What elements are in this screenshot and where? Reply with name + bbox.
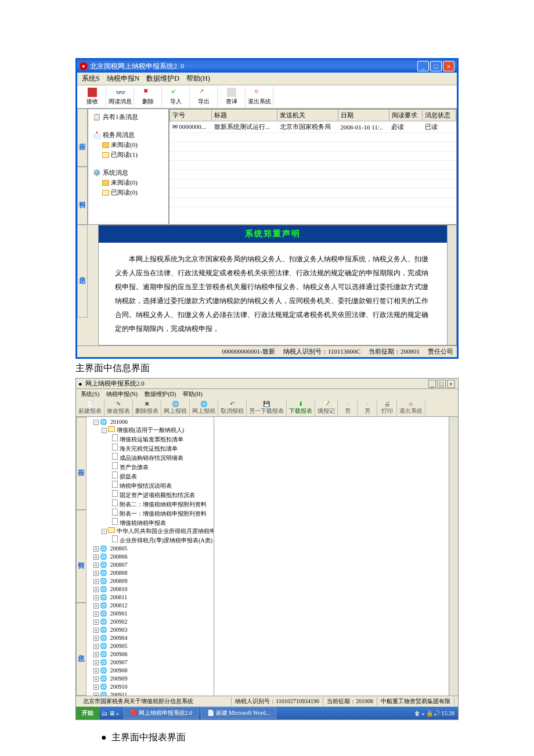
maximize-button[interactable]: □	[430, 61, 442, 71]
tree-period[interactable]: +🌐 200808	[88, 569, 212, 577]
side-tab-info[interactable]: 信息	[77, 225, 88, 318]
col-num[interactable]: 字号	[170, 110, 212, 121]
tree-period[interactable]: +🌐 200905	[88, 642, 212, 650]
tb2-del[interactable]: ✖删除报表	[133, 399, 161, 416]
tree-income-group[interactable]: - 中华人民共和国企业所得税月度纳税申报表(A类)	[88, 527, 212, 535]
col-status[interactable]: 消息状态	[423, 110, 456, 121]
tb2-other2[interactable]: ·另	[358, 399, 377, 416]
menu2-help[interactable]: 帮助(H)	[183, 390, 203, 398]
tree-period[interactable]: +🌐 200902	[88, 618, 212, 626]
tree-report-item[interactable]: 海关完税凭证抵扣清单	[88, 444, 212, 453]
tree-report-item[interactable]: 附表一：增值税纳税申报附列资料	[88, 509, 212, 518]
toolbar: 接收 👓阅读消息 ✖删除 ↙导入 ↗导出 查译 ⎋退出系统	[77, 85, 457, 109]
table-row[interactable]: ✉ 0000000... 致新系统测试运行... 北京市国家税务局 2008-0…	[170, 121, 456, 133]
menu-data[interactable]: 数据维护D	[146, 74, 179, 84]
tree-period[interactable]: +🌐 200901	[88, 610, 212, 618]
tb2-print[interactable]: 🖨打印	[377, 399, 397, 416]
tb2-online2[interactable]: 🌐网上报税	[190, 399, 218, 416]
side-tab-report[interactable]: 报表	[77, 109, 88, 167]
tree-period[interactable]: +🌐 200904	[88, 634, 212, 642]
close-button-2[interactable]: ×	[447, 380, 455, 388]
minimize-button-2[interactable]: _	[428, 380, 436, 388]
side2-tab-report[interactable]: 报表	[76, 417, 86, 510]
tree-report-item[interactable]: 附表二：增值税纳税申报附列资料	[88, 499, 212, 509]
tb2-other1[interactable]: ·另	[338, 399, 358, 416]
tree-sys-group[interactable]: ⚙️ 系统消息	[93, 168, 166, 177]
status-company: 责任公司	[428, 347, 453, 356]
taskbar-item-word[interactable]: 📄 新建 Microsoft Word...	[201, 707, 276, 719]
tree-report-item[interactable]: 成品油购销存情况明细表	[88, 453, 212, 462]
tb-export[interactable]: ↗导出	[190, 87, 218, 107]
menu2-system[interactable]: 系统(S)	[81, 390, 99, 398]
tb2-cancel[interactable]: ↶取消报税	[218, 399, 247, 416]
tree-vat-group[interactable]: - 增值税(适用于一般纳税人)	[88, 426, 212, 434]
menu2-data[interactable]: 数据维护(D)	[145, 390, 176, 398]
side2-tab-data[interactable]: 资料	[76, 510, 86, 603]
tb2-fill[interactable]: 📝填报记	[315, 399, 338, 416]
col-req[interactable]: 阅读要求	[389, 110, 423, 121]
tb-receive[interactable]: 接收	[78, 87, 106, 107]
tree-report-item[interactable]: 固定资产进项税额抵扣情况表	[88, 490, 212, 499]
tb-query[interactable]: 查译	[218, 87, 246, 107]
tree-tax-group[interactable]: 📩 税务局消息	[93, 131, 166, 139]
titlebar[interactable]: ● 北京国税网上纳税申报系统2. 0 _ □ ×	[77, 60, 457, 73]
tree-period[interactable]: +🌐 200907	[88, 658, 212, 667]
tree-period[interactable]: +🌐 200806	[88, 553, 212, 561]
declaration-title: 系统郑重声明	[99, 225, 447, 243]
side-tab-data[interactable]: 资料	[77, 167, 88, 225]
menu2-declare[interactable]: 纳税申报(N)	[106, 390, 138, 398]
menu-declare[interactable]: 纳税申报N	[107, 74, 140, 84]
tree-period[interactable]: +🌐 200910	[88, 683, 212, 691]
tb2-online1[interactable]: 🌐网上报税	[161, 399, 190, 416]
col-title[interactable]: 标题	[212, 110, 277, 121]
start-button[interactable]: 开始	[76, 707, 99, 719]
col-date[interactable]: 日期	[338, 110, 389, 121]
titlebar2[interactable]: ● 网上纳税申报系统2.0 _ □ ×	[76, 379, 458, 389]
tb2-edit[interactable]: ✎修改报表	[104, 399, 133, 416]
quick-launch[interactable]: 🗂 🖥 »	[99, 710, 121, 717]
tb-import[interactable]: ↙导入	[162, 87, 190, 107]
close-button[interactable]: ×	[443, 61, 454, 71]
tree-period[interactable]: +🌐 200911	[88, 691, 212, 696]
tree-tax-unread[interactable]: 未阅读(0)	[102, 141, 166, 149]
tree-period[interactable]: +🌐 200807	[88, 561, 212, 569]
tree-root[interactable]: 📋 共有1条消息	[93, 113, 166, 121]
tree-period-selected[interactable]: -🌐201006	[88, 418, 212, 426]
tb-read[interactable]: 👓阅读消息	[106, 87, 134, 107]
scrollbar[interactable]	[447, 225, 456, 345]
taskbar-item-app[interactable]: 🔴 网上纳税申报系统2.0	[124, 707, 199, 719]
tree-report-item[interactable]: 增值税纳税申报表	[88, 518, 212, 527]
tb2-download[interactable]: ⬇下载报表	[287, 399, 315, 416]
main-area-2	[214, 417, 449, 696]
tree-sys-unread[interactable]: 未阅读(0)	[102, 178, 166, 187]
tree-income-item[interactable]: 企业所得税月(季)度纳税申报表(A类)	[88, 535, 212, 545]
tb2-save-dl[interactable]: 💾另一下载报表	[247, 399, 287, 416]
col-org[interactable]: 发送机关	[277, 110, 338, 121]
tb-exit[interactable]: ⎋退出系统	[246, 87, 273, 107]
menu-help[interactable]: 帮助(H)	[186, 74, 210, 84]
minimize-button[interactable]: _	[417, 61, 429, 71]
tree-report-item[interactable]: 损益表	[88, 471, 212, 481]
tree-period[interactable]: +🌐 200810	[88, 585, 212, 593]
tree-tax-read[interactable]: 已阅读(1)	[102, 150, 166, 159]
tree-period[interactable]: +🌐 200811	[88, 593, 212, 602]
tree-period[interactable]: +🌐 200903	[88, 626, 212, 634]
tree-period[interactable]: +🌐 200812	[88, 602, 212, 610]
tree-report-item[interactable]: 增值税运输发票抵扣清单	[88, 434, 212, 444]
tree-period[interactable]: +🌐 200809	[88, 577, 212, 585]
tree-period[interactable]: +🌐 200909	[88, 675, 212, 683]
tb-delete[interactable]: ✖删除	[134, 87, 162, 107]
tb2-new[interactable]: 📄新建报表	[76, 399, 104, 416]
maximize-button-2[interactable]: □	[437, 380, 446, 388]
tree-period[interactable]: +🌐 200805	[88, 545, 212, 553]
side2-tab-info[interactable]: 信息	[76, 603, 86, 696]
tree-period[interactable]: +🌐 200906	[88, 650, 212, 658]
system-tray[interactable]: 🗑 « 🔒🔊 15:28	[411, 710, 458, 717]
tree-report-item[interactable]: 资产负债表	[88, 462, 212, 471]
tree-sys-read[interactable]: 已阅读(0)	[102, 188, 166, 197]
tree-period[interactable]: +🌐 200908	[88, 667, 212, 675]
tree-report-item[interactable]: 纳税申报情况说明表	[88, 481, 212, 490]
tb2-exit[interactable]: ⎋退出系统	[397, 399, 425, 416]
menu-system[interactable]: 系统S	[82, 74, 100, 84]
scrollbar-2[interactable]	[449, 417, 458, 696]
